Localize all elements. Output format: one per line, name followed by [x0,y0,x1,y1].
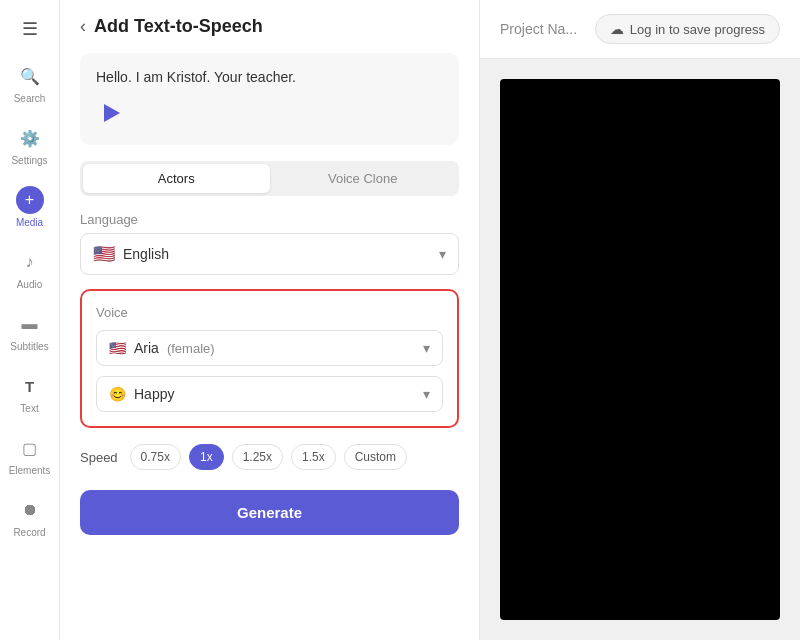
voice-section: Voice 🇺🇸 Aria (female) ▾ 😊 Happy ▾ [80,289,459,428]
voice-emotion-select[interactable]: 😊 Happy ▾ [96,376,443,412]
voice-chevron-icon: ▾ [423,340,430,356]
voice-gender: (female) [167,341,215,356]
subtitles-icon: ▬ [16,310,44,338]
tab-actors[interactable]: Actors [83,164,270,193]
sidebar-item-elements[interactable]: ▢ Elements [0,426,59,484]
speed-btn-125[interactable]: 1.25x [232,444,283,470]
hamburger-icon[interactable]: ☰ [22,18,38,40]
speed-btn-custom[interactable]: Custom [344,444,407,470]
sidebar-top: ☰ [0,12,59,50]
play-button[interactable] [96,97,128,129]
sidebar: ☰ 🔍 Search ⚙️ Settings + Media ♪ Audio ▬… [0,0,60,640]
voice-label: Voice [96,305,443,320]
sidebar-item-settings[interactable]: ⚙️ Settings [0,116,59,174]
text-input-box: Hello. I am Kristof. Your teacher. [80,53,459,145]
sidebar-label-media: Media [16,217,43,228]
cloud-icon: ☁ [610,21,624,37]
speed-btn-15[interactable]: 1.5x [291,444,336,470]
back-button[interactable]: ‹ [80,16,86,37]
search-icon: 🔍 [16,62,44,90]
panel-header: ‹ Add Text-to-Speech [80,16,459,37]
tts-text-content: Hello. I am Kristof. Your teacher. [96,69,443,85]
speed-row: Speed 0.75x 1x 1.25x 1.5x Custom [80,444,459,470]
generate-button[interactable]: Generate [80,490,459,535]
tabs-row: Actors Voice Clone [80,161,459,196]
speed-btn-1[interactable]: 1x [189,444,224,470]
sidebar-label-search: Search [14,93,46,104]
language-label: Language [80,212,459,227]
sidebar-item-audio[interactable]: ♪ Audio [0,240,59,298]
elements-icon: ▢ [16,434,44,462]
tts-panel: ‹ Add Text-to-Speech Hello. I am Kristof… [60,0,480,640]
voice-flag-icon: 🇺🇸 [109,340,126,356]
sidebar-item-media[interactable]: + Media [0,178,59,236]
emotion-icon: 😊 [109,386,126,402]
record-icon: ⏺ [16,496,44,524]
settings-icon: ⚙️ [16,124,44,152]
sidebar-item-record[interactable]: ⏺ Record [0,488,59,546]
sidebar-label-subtitles: Subtitles [10,341,48,352]
login-button[interactable]: ☁ Log in to save progress [595,14,780,44]
project-name: Project Na... [500,21,577,37]
sidebar-item-subtitles[interactable]: ▬ Subtitles [0,302,59,360]
voice-emotion: Happy [134,386,174,402]
speed-btn-075[interactable]: 0.75x [130,444,181,470]
flag-icon: 🇺🇸 [93,243,115,265]
speed-label: Speed [80,450,118,465]
right-header: Project Na... ☁ Log in to save progress [480,0,800,59]
media-icon: + [16,186,44,214]
text-icon: T [16,372,44,400]
emotion-chevron-icon: ▾ [423,386,430,402]
sidebar-item-search[interactable]: 🔍 Search [0,54,59,112]
right-panel: Project Na... ☁ Log in to save progress [480,0,800,640]
canvas-area [500,79,780,620]
chevron-down-icon: ▾ [439,246,446,262]
play-icon [104,104,120,122]
sidebar-label-record: Record [13,527,45,538]
sidebar-label-text: Text [20,403,38,414]
language-value: English [123,246,169,262]
audio-icon: ♪ [16,248,44,276]
language-select[interactable]: 🇺🇸 English ▾ [80,233,459,275]
login-label: Log in to save progress [630,22,765,37]
sidebar-label-audio: Audio [17,279,43,290]
voice-name: Aria [134,340,159,356]
panel-title: Add Text-to-Speech [94,16,263,37]
sidebar-label-settings: Settings [11,155,47,166]
tab-voice-clone[interactable]: Voice Clone [270,164,457,193]
sidebar-item-text[interactable]: T Text [0,364,59,422]
voice-name-select[interactable]: 🇺🇸 Aria (female) ▾ [96,330,443,366]
sidebar-label-elements: Elements [9,465,51,476]
